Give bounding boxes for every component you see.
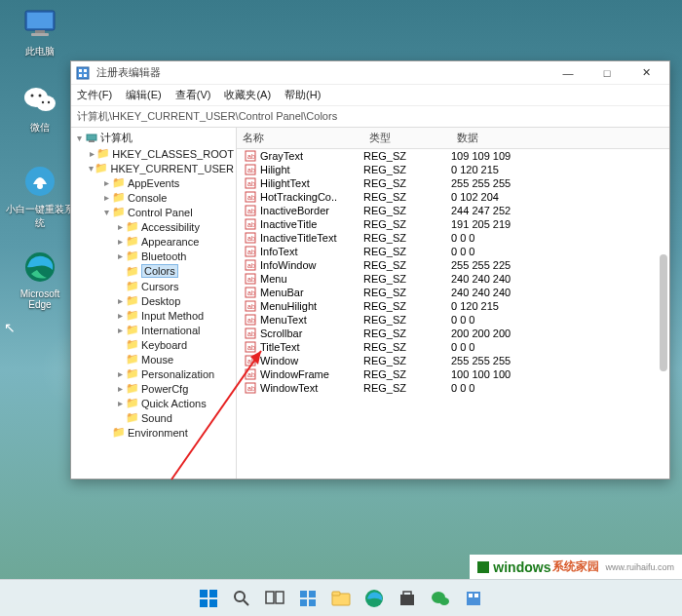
tree-item-cp-sub[interactable]: 📁Keyboard	[73, 337, 234, 352]
tree-item-cp-sub[interactable]: 📁Cursors	[73, 279, 234, 293]
minimize-button[interactable]: —	[549, 61, 587, 85]
svg-rect-67	[309, 591, 316, 597]
value-row[interactable]: abInfoWindowREG_SZ255 255 225	[237, 258, 669, 272]
column-name[interactable]: 名称	[237, 128, 363, 148]
address-bar[interactable]: 计算机\HKEY_CURRENT_USER\Control Panel\Colo…	[71, 106, 669, 128]
tree-item-cp-colors[interactable]: 📁Colors	[73, 263, 234, 279]
tree-item-cp-sub[interactable]: 📁Mouse	[73, 352, 234, 366]
menu-file[interactable]: 文件(F)	[77, 88, 112, 102]
desktop-icon-mgr[interactable]: 小白一键重装系统	[4, 164, 76, 230]
value-row[interactable]: abTitleTextREG_SZ0 0 0	[237, 340, 669, 354]
tree-item-cp-sub[interactable]: ▸📁PowerCfg	[73, 381, 234, 396]
wechat-taskbar-icon[interactable]	[429, 587, 452, 610]
desktop-icon-wechat[interactable]: 微信	[10, 82, 70, 135]
tree-label: Appearance	[141, 236, 199, 248]
svg-text:ab: ab	[247, 249, 255, 255]
string-value-icon: ab	[243, 164, 258, 175]
value-row[interactable]: abGrayTextREG_SZ109 109 109	[237, 149, 669, 163]
watermark-logo-icon	[477, 561, 489, 573]
tree-item-hkcr[interactable]: ▸📁 HKEY_CLASSES_ROOT	[73, 146, 234, 161]
value-row[interactable]: abHotTrackingCo..REG_SZ0 102 204	[237, 190, 669, 204]
value-row[interactable]: abHilightTextREG_SZ255 255 255	[237, 176, 669, 190]
search-icon[interactable]	[230, 587, 253, 610]
menu-edit[interactable]: 编辑(E)	[126, 88, 162, 102]
titlebar[interactable]: 注册表编辑器 — □ ✕	[71, 61, 669, 85]
value-row[interactable]: abMenuHilightREG_SZ0 120 215	[237, 299, 669, 313]
menu-favorites[interactable]: 收藏夹(A)	[224, 88, 271, 102]
tree-item-cp-sub[interactable]: 📁Sound	[73, 410, 234, 425]
value-row[interactable]: abWindowTextREG_SZ0 0 0	[237, 381, 669, 395]
value-row[interactable]: abMenuTextREG_SZ0 0 0	[237, 313, 669, 327]
column-data[interactable]: 数据	[451, 128, 669, 148]
tree-item-appevents[interactable]: ▸📁 AppEvents	[73, 175, 234, 190]
value-type: REG_SZ	[363, 368, 451, 380]
svg-text:ab: ab	[247, 208, 255, 214]
value-type: REG_SZ	[363, 150, 451, 162]
desktop-icon-thispc[interactable]: 此电脑	[10, 6, 70, 58]
value-type: REG_SZ	[363, 191, 451, 203]
regedit-taskbar-icon[interactable]	[462, 587, 485, 610]
tree-label: Console	[128, 192, 167, 204]
tree-item-cp-sub[interactable]: ▸📁International	[73, 323, 234, 337]
value-name: MenuBar	[260, 287, 363, 298]
tree-item-cp-sub[interactable]: ▸📁Input Method	[73, 308, 234, 323]
value-data: 0 120 215	[451, 300, 669, 312]
tree-item-cp-sub[interactable]: ▸📁Bluetooth	[73, 249, 234, 263]
value-list[interactable]: 名称 类型 数据 abGrayTextREG_SZ109 109 109abHi…	[237, 128, 669, 479]
folder-icon: 📁	[126, 397, 139, 409]
value-row[interactable]: abScrollbarREG_SZ200 200 200	[237, 327, 669, 340]
store-icon[interactable]	[396, 587, 419, 610]
svg-rect-68	[300, 599, 307, 606]
value-row[interactable]: abMenuREG_SZ240 240 240	[237, 272, 669, 286]
tree-item-controlpanel[interactable]: ▾📁 Control Panel	[73, 205, 234, 219]
svg-line-63	[244, 600, 248, 605]
value-row[interactable]: abInactiveBorderREG_SZ244 247 252	[237, 204, 669, 217]
svg-text:ab: ab	[247, 358, 255, 365]
tree-label: Personalization	[141, 368, 214, 380]
edge-taskbar-icon[interactable]	[362, 587, 386, 610]
string-value-icon: ab	[243, 246, 258, 257]
value-row[interactable]: abInactiveTitleTextREG_SZ0 0 0	[237, 231, 669, 245]
close-button[interactable]: ✕	[626, 61, 665, 85]
maximize-button[interactable]: □	[587, 61, 626, 85]
svg-text:ab: ab	[247, 180, 255, 187]
start-button[interactable]	[197, 587, 220, 610]
value-row[interactable]: abWindowREG_SZ255 255 255	[237, 354, 669, 367]
taskview-icon[interactable]	[263, 587, 286, 610]
tree-item-environment[interactable]: 📁 Environment	[73, 425, 234, 440]
value-data: 0 0 0	[451, 232, 669, 244]
menu-view[interactable]: 查看(V)	[175, 88, 211, 102]
widgets-icon[interactable]	[296, 587, 320, 610]
string-value-icon: ab	[243, 218, 258, 230]
tree-item-cp-sub[interactable]: ▸📁Accessibility	[73, 219, 234, 234]
value-row[interactable]: abMenuBarREG_SZ240 240 240	[237, 286, 669, 299]
value-row[interactable]: abHilightREG_SZ0 120 215	[237, 163, 669, 176]
scrollbar-thumb[interactable]	[660, 254, 667, 371]
value-data: 255 255 255	[451, 177, 669, 189]
value-type: REG_SZ	[363, 164, 451, 175]
mouse-cursor-icon: ↖	[4, 320, 16, 335]
tree-item-console[interactable]: ▸📁 Console	[73, 190, 234, 205]
tree-label: Bluetooth	[141, 250, 186, 262]
value-row[interactable]: abWindowFrameREG_SZ100 100 100	[237, 367, 669, 381]
tree-item-cp-sub[interactable]: ▸📁Quick Actions	[73, 396, 234, 410]
value-data: 100 100 100	[451, 368, 669, 380]
tree-item-cp-sub[interactable]: ▸📁Desktop	[73, 293, 234, 308]
svg-text:ab: ab	[247, 330, 255, 337]
key-tree[interactable]: ▾ 计算机 ▸📁 HKEY_CLASSES_ROOT ▾📁 HKEY_CURRE…	[71, 128, 237, 479]
tree-root[interactable]: ▾ 计算机	[73, 130, 234, 146]
svg-rect-14	[79, 69, 82, 72]
menu-help[interactable]: 帮助(H)	[284, 88, 321, 102]
tree-item-cp-sub[interactable]: ▸📁Appearance	[73, 234, 234, 249]
desktop-icon-edge[interactable]: Microsoft Edge	[10, 250, 70, 310]
tree-item-cp-sub[interactable]: ▸📁Personalization	[73, 366, 234, 381]
explorer-icon[interactable]	[329, 587, 353, 610]
column-type[interactable]: 类型	[363, 128, 451, 148]
desktop-icon-label: Microsoft Edge	[20, 289, 60, 310]
value-row[interactable]: abInactiveTitleREG_SZ191 205 219	[237, 217, 669, 231]
computer-icon	[85, 134, 98, 143]
value-data: 0 0 0	[451, 246, 669, 257]
value-row[interactable]: abInfoTextREG_SZ0 0 0	[237, 245, 669, 258]
tree-item-hkcu[interactable]: ▾📁 HKEY_CURRENT_USER	[73, 161, 234, 175]
svg-point-76	[439, 597, 449, 605]
